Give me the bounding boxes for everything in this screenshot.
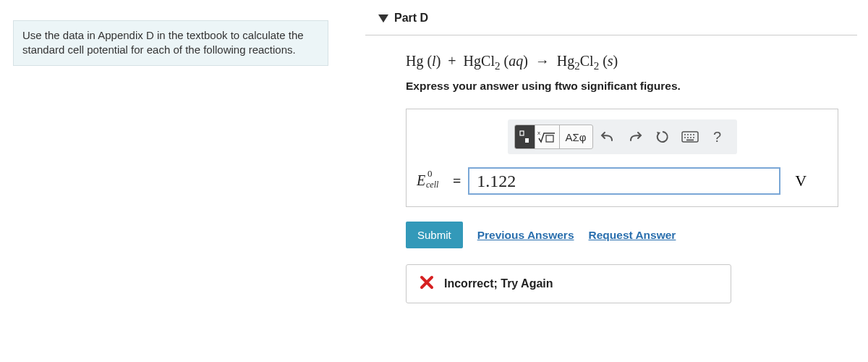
redo-icon[interactable] — [622, 125, 648, 148]
answer-row: E 0 cell = V — [417, 167, 827, 195]
svg-rect-15 — [686, 140, 694, 141]
svg-rect-4 — [546, 135, 553, 142]
svg-point-14 — [693, 137, 694, 138]
reaction-equation: Hg (l) + HgCl2 (aq) → Hg2Cl2 (s) — [406, 53, 844, 70]
reset-icon[interactable] — [650, 125, 676, 148]
svg-text:x: x — [537, 130, 540, 136]
var-E: E — [417, 172, 425, 189]
svg-marker-0 — [378, 14, 388, 22]
unit-label: V — [795, 172, 807, 190]
variable-label: E 0 cell — [417, 172, 443, 190]
svg-point-11 — [684, 137, 686, 138]
feedback-box: Incorrect; Try Again — [406, 264, 731, 303]
svg-point-10 — [693, 134, 694, 135]
feedback-text: Incorrect; Try Again — [444, 277, 553, 290]
incorrect-x-icon — [420, 275, 434, 292]
instructions-text: Use the data in Appendix D in the textbo… — [22, 29, 304, 56]
previous-answers-link[interactable]: Previous Answers — [477, 229, 574, 242]
greek-label: ΑΣφ — [565, 131, 586, 143]
greek-symbols-button[interactable]: ΑΣφ — [559, 125, 592, 148]
part-header[interactable]: Part D — [365, 7, 857, 35]
collapse-caret-icon[interactable] — [378, 14, 388, 28]
equals-sign: = — [453, 173, 461, 190]
math-toolbar: x ΑΣφ — [508, 119, 737, 154]
answer-box: x ΑΣφ — [406, 109, 838, 207]
keyboard-icon[interactable] — [677, 125, 703, 148]
fraction-template-button[interactable] — [515, 125, 535, 148]
radical-template-button[interactable]: x — [535, 125, 559, 148]
help-icon[interactable]: ? — [705, 125, 731, 148]
undo-icon[interactable] — [595, 125, 621, 148]
svg-rect-1 — [520, 131, 524, 135]
svg-point-13 — [690, 137, 692, 138]
submit-button[interactable]: Submit — [406, 222, 463, 248]
answer-input[interactable] — [468, 167, 780, 195]
action-row: Submit Previous Answers Request Answer — [406, 222, 844, 248]
sigfig-instruction: Express your answer using ftwo significa… — [406, 80, 844, 93]
var-superscript: 0 — [427, 168, 433, 180]
request-answer-link[interactable]: Request Answer — [589, 229, 676, 242]
template-group: x ΑΣφ — [514, 125, 593, 149]
part-body: Hg (l) + HgCl2 (aq) → Hg2Cl2 (s) Express… — [365, 35, 857, 316]
var-subscript: cell — [426, 180, 438, 190]
part-d-container: Part D Hg (l) + HgCl2 (aq) → Hg2Cl2 (s) … — [365, 7, 857, 316]
svg-point-7 — [684, 134, 686, 135]
svg-rect-2 — [525, 138, 529, 143]
svg-point-12 — [687, 137, 689, 138]
svg-point-8 — [687, 134, 689, 135]
part-title: Part D — [394, 12, 428, 25]
svg-point-9 — [690, 134, 692, 135]
problem-instructions: Use the data in Appendix D in the textbo… — [13, 20, 328, 66]
